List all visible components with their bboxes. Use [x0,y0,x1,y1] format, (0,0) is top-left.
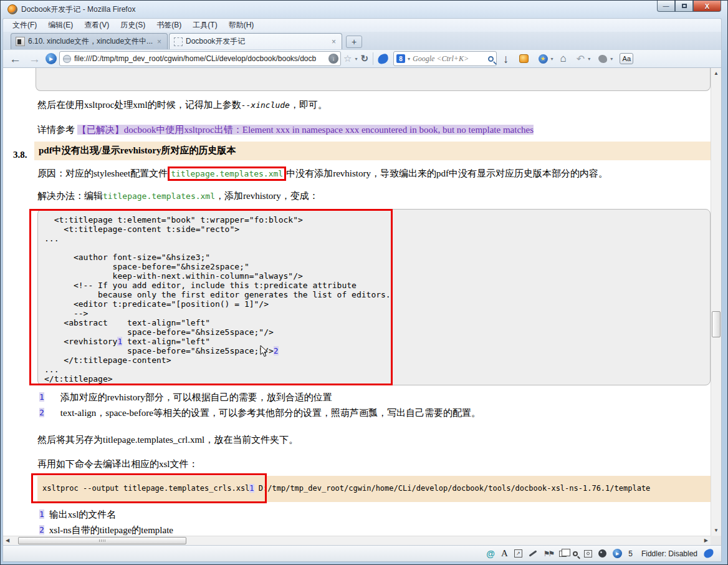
inline-code: --xinclude [241,100,290,110]
paragraph-save-as: 然后将其另存为titlepage.templates_crl.xml，放在当前文… [37,434,709,446]
menu-bookmarks[interactable]: 书签(B) [151,19,187,32]
default-favicon [174,37,183,46]
navigation-toolbar: ← → ▶ ↓ ☆ ▾ ↻ 8 ▾ ↓ ★ ▾ ⌂ ↶ ▾ ▾ Aa [2,49,722,68]
section-header: pdf中没有出现/显示revhistory所对应的历史版本 [34,142,711,160]
bookmark-dropdown-icon[interactable]: ▾ [354,56,358,62]
menu-history[interactable]: 历史(S) [115,19,151,32]
menu-help[interactable]: 帮助(H) [223,19,260,32]
callout-text: 输出xsl的文件名 [49,509,117,521]
scroll-up-icon[interactable]: ▲ [711,70,721,76]
site-identity-icon[interactable] [63,55,71,63]
callout-marker: 2 [274,346,279,355]
zoom-addon-icon[interactable] [573,551,578,556]
menu-bar: 文件(F) 编辑(E) 查看(V) 历史(S) 书签(B) 工具(T) 帮助(H… [2,18,722,32]
undo-closed-tab-icon[interactable]: ↶ [577,53,585,65]
scroll-right-icon[interactable]: ▶ [704,538,708,543]
filename-code: titlepage.templates.xml [171,169,283,178]
at-addon-icon[interactable]: @ [486,549,495,559]
tab-close-icon[interactable]: × [156,37,163,46]
video-addon-icon[interactable]: ▶ [613,549,622,558]
tab-label: 6.10. xinclude文件，xinclude文件中... [28,36,153,47]
callout-item: 2text-align，space-before等相关的设置，可以参考其他部分的… [39,407,709,419]
paragraph-reason: 原因：对应的stylesheet配置文件titlepage.templates.… [37,167,709,181]
callout-number: 1 [39,392,44,402]
callout-marker: 1 [117,337,122,346]
tab-label: Docbook开发手记 [186,36,327,47]
vertical-scroll-thumb[interactable] [712,311,721,337]
extension-yellow-icon[interactable] [519,54,529,63]
forward-button[interactable]: → [26,53,43,65]
minimize-button[interactable]: — [657,1,675,12]
xsltproc-command-block: xsltproc --output titlepage.templates_cr… [37,476,711,502]
brush-addon-icon[interactable] [529,550,537,556]
reference-link[interactable]: 【已解决】docbook中使用xsltproc出错：Element xxx in… [77,125,534,135]
search-input[interactable] [413,54,486,64]
google-engine-icon[interactable]: 8 [396,54,405,63]
menu-view[interactable]: 查看(V) [79,19,115,32]
extension-orb-icon[interactable]: ▶ [46,53,57,64]
title-bar: Docbook开发手记 - Mozilla Firefox [2,1,722,18]
address-bar[interactable]: ↓ [59,51,341,66]
menu-tools[interactable]: 工具(T) [187,19,223,32]
callout-text: 添加对应的revhistory部分，可以根据自己的需要，放到合适的位置 [60,392,332,403]
callout-text: text-align，space-before等相关的设置，可以参考其他部分的设… [60,407,481,419]
text-encoding-icon[interactable]: Aa [620,53,633,64]
extension-dropdown-icon[interactable]: ▾ [550,56,554,62]
fiddler-icon[interactable] [703,548,715,559]
filename-code: titlepage.templates.xml [103,191,215,201]
reload-icon[interactable]: ↻ [360,53,368,64]
callout-marker: 1 [249,484,254,493]
callout-text: xsl-ns自带的titlepage的template [49,524,173,536]
horizontal-scroll-thumb[interactable] [18,537,186,544]
horizontal-scrollbar[interactable]: ◀ ▶ [3,536,711,545]
close-button[interactable]: X [693,1,721,12]
open-window-addon-icon[interactable]: ↗ [514,549,522,558]
paragraph-xsltproc: 然后在使用xsltproc处理xml的时候，记得加上参数--xinclude，即… [37,99,709,111]
firefox-icon [7,4,17,14]
extension-star-icon[interactable]: ★ [539,54,548,64]
engine-dropdown-icon[interactable]: ▾ [407,56,411,62]
tab-xinclude[interactable]: 6.10. xinclude文件，xinclude文件中... × [11,33,168,49]
tab-docbook-notes[interactable]: Docbook开发手记 × [169,33,342,49]
section-number: 3.8. [13,150,27,160]
scrollbar-corner [711,536,721,545]
downloads-icon[interactable]: ↓ [503,53,509,65]
page-content: 然后在使用xsltproc处理xml的时候，记得加上参数--xinclude，即… [2,68,722,545]
paragraph-reference: 详情参考 【已解决】docbook中使用xsltproc出错：Element x… [37,124,709,136]
extension-gray-icon[interactable] [598,55,607,63]
bookmark-star-icon[interactable]: ☆ [343,53,352,64]
home-icon[interactable]: ⌂ [560,52,567,65]
paragraph-solution: 解决办法：编辑titlepage.templates.xml，添加revhist… [37,190,709,202]
tab-close-icon[interactable]: × [330,37,337,46]
status-bar: @ A ↗ ⚑⚑ ▶ 5 Fiddler: Disabled [2,545,722,562]
addon-count: 5 [628,549,633,559]
tabs-addon-icon[interactable] [559,551,567,557]
search-magnifier-icon[interactable] [488,56,494,62]
go-button[interactable]: ↓ [328,54,338,64]
page-favicon [16,37,25,46]
url-input[interactable] [74,54,325,63]
undo-dropdown-icon[interactable]: ▾ [587,56,591,62]
scroll-down-icon[interactable]: ▼ [711,528,721,533]
back-button[interactable]: ← [7,53,24,65]
annotation-box-filename: titlepage.templates.xml [168,167,286,181]
section-title: pdf中没有出现/显示revhistory所对应的历史版本 [34,142,711,157]
callout-number: 2 [39,408,44,417]
callout-item: 2xsl-ns自带的titlepage的template [39,524,709,536]
vertical-scrollbar[interactable]: ▲ ▼ [711,68,721,536]
search-bar[interactable]: 8 ▾ [393,51,497,66]
menu-file[interactable]: 文件(F) [7,19,42,32]
scroll-left-icon[interactable]: ◀ [6,538,9,543]
fiddler-status[interactable]: Fiddler: Disabled [641,549,697,558]
screenshot-addon-icon[interactable] [584,550,592,558]
maximize-button[interactable] [675,1,693,12]
font-addon-icon[interactable]: A [501,549,508,559]
new-tab-button[interactable]: + [346,36,362,48]
extension-blue-icon[interactable] [377,53,390,64]
window-title: Docbook开发手记 - Mozilla Firefox [21,4,135,15]
clipped-code-block [36,68,711,91]
greasemonkey-addon-icon[interactable] [598,549,606,558]
flags-addon-icon[interactable]: ⚑⚑ [544,549,553,559]
menu-edit[interactable]: 编辑(E) [42,19,79,32]
gray-dropdown-icon[interactable]: ▾ [610,56,613,62]
